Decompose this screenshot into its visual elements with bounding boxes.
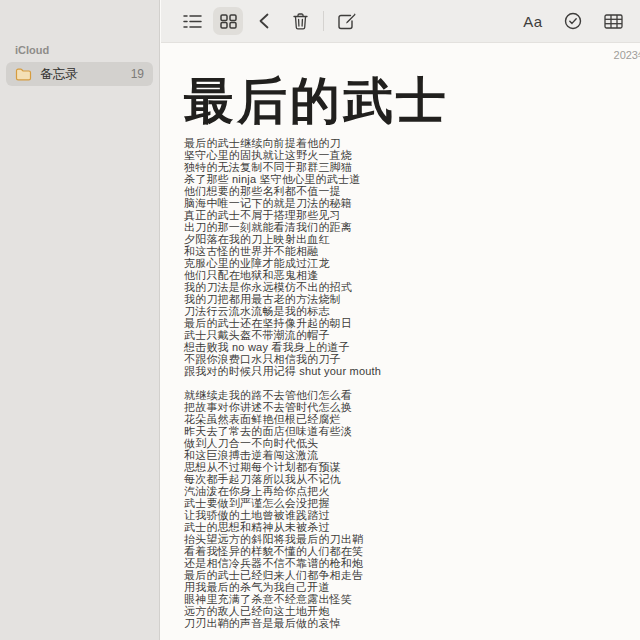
checklist-button[interactable] — [558, 7, 588, 35]
checklist-icon — [564, 12, 582, 30]
note-line: 让我骄傲的土地曾被谁践踏过 — [184, 509, 640, 521]
sidebar-item-notes-folder[interactable]: 备忘录 19 — [6, 62, 153, 86]
note-line: 昨天去了常去的面店但味道有些淡 — [184, 425, 640, 437]
note-line: 就继续走我的路不去管他们怎么看 — [184, 389, 640, 401]
note-line: 跟我对的时候只用记得 shut your mouth — [184, 365, 640, 377]
table-button[interactable] — [598, 7, 628, 35]
table-icon — [604, 14, 623, 29]
note-line: 刀法行云流水流畅是我的标志 — [184, 305, 640, 317]
format-label: Aa — [523, 13, 542, 30]
note-line: 眼神里充满了杀意不经意露出怪笑 — [184, 593, 640, 605]
note-line: 坚守心里的固执就让这野火一直烧 — [184, 149, 640, 161]
note-line: 还是相信冷兵器不信不靠谱的枪和炮 — [184, 557, 640, 569]
note-line: 用我最后的杀气为我自己开道 — [184, 581, 640, 593]
delete-note-button[interactable] — [285, 7, 315, 35]
note-line: 他们只配在地狱和恶鬼相逢 — [184, 269, 640, 281]
sidebar: iCloud 备忘录 19 — [0, 0, 160, 640]
note-line: 克服心里的业障才能成过江龙 — [184, 257, 640, 269]
note-line: 出刀的那一刻就能看清我们的距离 — [184, 221, 640, 233]
note-title: 最后的武士 — [184, 73, 640, 129]
toolbar: Aa — [161, 0, 640, 43]
note-line: 我的刀法是你永远模仿不出的招式 — [184, 281, 640, 293]
gallery-view-icon — [220, 14, 237, 29]
back-button[interactable] — [249, 7, 279, 35]
list-view-icon — [183, 14, 202, 29]
note-line: 汽油泼在你身上再给你点把火 — [184, 485, 640, 497]
compose-icon — [338, 13, 356, 30]
note-line: 脑海中唯一记下的就是刀法的秘籍 — [184, 197, 640, 209]
list-view-button[interactable] — [177, 7, 207, 35]
note-line: 远方的敌人已经向这土地开炮 — [184, 605, 640, 617]
note-line: 武士的思想和精神从未被杀过 — [184, 521, 640, 533]
note-line: 我的刀把都用最古老的方法烧制 — [184, 293, 640, 305]
note-line: 武士只戴头盔不带潮流的帽子 — [184, 329, 640, 341]
note-line: 真正的武士不屑于搭理那些见习 — [184, 209, 640, 221]
note-line — [184, 377, 640, 389]
view-controls — [177, 7, 315, 35]
toolbar-divider — [323, 11, 324, 31]
note-line: 独特的无法复制不同于那群三脚猫 — [184, 161, 640, 173]
note-date: 2023年 — [614, 48, 640, 63]
folder-label: 备忘录 — [40, 66, 123, 83]
folder-note-count: 19 — [131, 67, 144, 81]
note-line: 他们想要的那些名利都不值一提 — [184, 185, 640, 197]
note-line: 杀了那些 ninja 坚守他心里的武士道 — [184, 173, 640, 185]
note-line: 最后的武士已经归来人们都争相走告 — [184, 569, 640, 581]
note-line: 刀刃出鞘的声音是最后做的哀悼 — [184, 617, 640, 629]
note-line: 每次都手起刀落所以我从不记仇 — [184, 473, 640, 485]
compose-button[interactable] — [332, 7, 362, 35]
note-line: 抬头望远方的斜阳将我最后的刀出鞘 — [184, 533, 640, 545]
note-line: 把故事对你讲述不去管时代怎么换 — [184, 401, 640, 413]
note-line: 夕阳落在我的刀上映射出血红 — [184, 233, 640, 245]
main-area: Aa — [161, 0, 640, 640]
notes-app-window: iCloud 备忘录 19 — [0, 0, 640, 640]
note-line: 思想从不过期每个计划都有预谋 — [184, 461, 640, 473]
note-line: 想击败我 no way 看我身上的道子 — [184, 341, 640, 353]
gallery-view-button[interactable] — [213, 7, 243, 35]
trash-icon — [293, 13, 308, 30]
chevron-left-icon — [259, 13, 269, 29]
folder-icon — [15, 68, 32, 81]
note-line: 不跟你浪费口水只相信我的刀子 — [184, 353, 640, 365]
note-line: 最后的武士继续向前提着他的刀 — [184, 137, 640, 149]
note-line: 和这古怪的世界并不能相融 — [184, 245, 640, 257]
format-button[interactable]: Aa — [518, 7, 548, 35]
note-line: 和这巨浪搏击逆着闯这激流 — [184, 449, 640, 461]
note-line: 做到人刀合一不向时代低头 — [184, 437, 640, 449]
note-line: 花朵虽然表面鲜艳但根已经腐烂 — [184, 413, 640, 425]
sidebar-section-label: iCloud — [15, 44, 159, 56]
note-body: 最后的武士继续向前提着他的刀坚守心里的固执就让这野火一直烧独特的无法复制不同于那… — [184, 137, 640, 629]
note-line: 武士要做到严谨怎么会没把握 — [184, 497, 640, 509]
note-line: 看着我怪异的样貌不懂的人们都在笑 — [184, 545, 640, 557]
format-controls: Aa — [518, 7, 628, 35]
note-editor[interactable]: 最后的武士 最后的武士继续向前提着他的刀坚守心里的固执就让这野火一直烧独特的无法… — [161, 43, 640, 629]
note-line: 最后的武士还在坚持像升起的朝日 — [184, 317, 640, 329]
